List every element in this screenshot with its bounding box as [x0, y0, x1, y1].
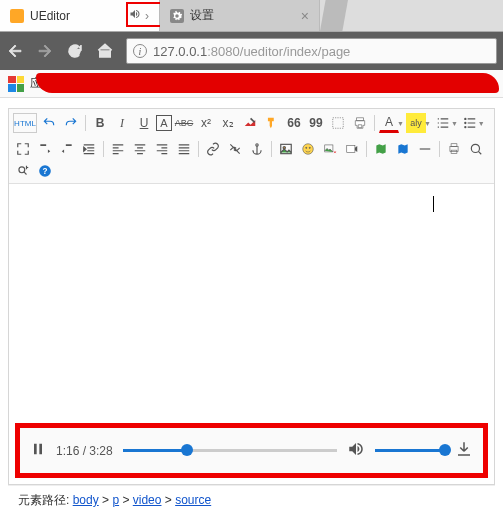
hr-button[interactable]	[415, 139, 435, 159]
progress-thumb[interactable]	[181, 444, 193, 456]
forward-button[interactable]	[36, 42, 54, 60]
align-left-button[interactable]	[108, 139, 128, 159]
url-host: 127.0.0.1	[153, 44, 207, 59]
subscript-button[interactable]: x₂	[218, 113, 238, 133]
print-button[interactable]	[350, 113, 370, 133]
back-color-dropdown[interactable]: aly▼	[406, 113, 431, 133]
svg-point-1	[464, 118, 466, 120]
align-right-button[interactable]	[152, 139, 172, 159]
path-crumb-source[interactable]: source	[175, 493, 211, 507]
link-button[interactable]	[203, 139, 223, 159]
superscript-button[interactable]: x²	[196, 113, 216, 133]
svg-point-2	[464, 122, 466, 124]
ueditor-container: HTML B I U A ABC x² x₂ 66 99 A▼ aly▼ ▼ ▼	[8, 108, 495, 485]
help-button[interactable]: ?	[35, 161, 55, 181]
print-button-2[interactable]	[444, 139, 464, 159]
map-button[interactable]	[371, 139, 391, 159]
back-button[interactable]	[6, 42, 24, 60]
quote-open-button[interactable]: 66	[284, 113, 304, 133]
url-port: :8080	[207, 44, 240, 59]
volume-slider[interactable]	[375, 449, 445, 452]
browser-tab-settings[interactable]: 设置 ×	[160, 0, 320, 31]
browser-tab-strip: UEditor › 设置 ×	[0, 0, 503, 32]
search-replace-button[interactable]	[13, 161, 33, 181]
preview-button[interactable]	[466, 139, 486, 159]
tab-title: UEditor	[30, 9, 129, 23]
anchor-button[interactable]	[247, 139, 267, 159]
image-upload-button[interactable]	[320, 139, 340, 159]
close-icon[interactable]: ×	[301, 8, 309, 24]
direction-rtl-button[interactable]	[57, 139, 77, 159]
font-border-button[interactable]: A	[156, 115, 172, 131]
svg-point-7	[303, 144, 314, 155]
audio-playing-icon	[129, 8, 141, 23]
svg-text:?: ?	[43, 167, 48, 176]
quote-close-button[interactable]: 99	[306, 113, 326, 133]
svg-rect-0	[333, 118, 344, 129]
progress-slider[interactable]	[123, 449, 337, 452]
strikethrough-button[interactable]: ABC	[174, 113, 194, 133]
url-path: /ueditor/index/page	[240, 44, 351, 59]
bold-button[interactable]: B	[90, 113, 110, 133]
editor-toolbar: HTML B I U A ABC x² x₂ 66 99 A▼ aly▼ ▼ ▼	[9, 109, 494, 184]
fore-color-dropdown[interactable]: A▼	[379, 113, 404, 133]
audio-player: 1:16 / 3:28	[15, 423, 488, 478]
editor-content[interactable]: 1:16 / 3:28	[9, 184, 494, 484]
svg-point-16	[19, 167, 25, 173]
new-tab-button[interactable]	[320, 0, 348, 31]
element-path-bar: 元素路径: body > p > video > source	[8, 485, 495, 509]
svg-point-3	[464, 126, 466, 128]
source-html-button[interactable]: HTML	[13, 113, 37, 133]
svg-rect-13	[451, 144, 457, 147]
home-button[interactable]	[96, 42, 114, 60]
indent-button[interactable]	[79, 139, 99, 159]
direction-ltr-button[interactable]	[35, 139, 55, 159]
ordered-list-dropdown[interactable]: ▼	[433, 113, 458, 133]
underline-button[interactable]: U	[134, 113, 154, 133]
path-crumb-body[interactable]: body	[73, 493, 99, 507]
volume-button[interactable]	[347, 440, 365, 461]
align-justify-button[interactable]	[174, 139, 194, 159]
chevron-right-icon: ›	[145, 9, 149, 23]
text-cursor	[433, 196, 434, 212]
annotation-redaction	[36, 73, 499, 93]
svg-point-8	[306, 147, 307, 148]
select-all-button[interactable]	[328, 113, 348, 133]
format-brush-button[interactable]	[262, 113, 282, 133]
video-button[interactable]	[342, 139, 362, 159]
bookmarks-bar: 应	[0, 70, 503, 98]
svg-point-4	[256, 144, 258, 146]
path-crumb-video[interactable]: video	[133, 493, 162, 507]
unlink-button[interactable]	[225, 139, 245, 159]
remove-format-button[interactable]	[240, 113, 260, 133]
svg-rect-14	[451, 150, 457, 154]
time-display: 1:16 / 3:28	[56, 444, 113, 458]
italic-button[interactable]: I	[112, 113, 132, 133]
redo-button[interactable]	[61, 113, 81, 133]
tab-title: 设置	[190, 7, 295, 24]
browser-tab-ueditor[interactable]: UEditor ›	[0, 0, 160, 31]
unordered-list-dropdown[interactable]: ▼	[460, 113, 485, 133]
path-crumb-p[interactable]: p	[112, 493, 119, 507]
svg-point-15	[471, 144, 479, 152]
browser-nav-bar: i 127.0.0.1:8080/ueditor/index/page	[0, 32, 503, 70]
progress-fill	[123, 449, 187, 452]
favicon-icon	[170, 9, 184, 23]
align-center-button[interactable]	[130, 139, 150, 159]
undo-button[interactable]	[39, 113, 59, 133]
volume-thumb[interactable]	[439, 444, 451, 456]
address-bar[interactable]: i 127.0.0.1:8080/ueditor/index/page	[126, 38, 497, 64]
image-button[interactable]	[276, 139, 296, 159]
svg-point-9	[309, 147, 310, 148]
gmap-button[interactable]	[393, 139, 413, 159]
reload-button[interactable]	[66, 42, 84, 60]
fullscreen-button[interactable]	[13, 139, 33, 159]
favicon-icon	[10, 9, 24, 23]
download-button[interactable]	[455, 440, 473, 461]
info-icon[interactable]: i	[133, 44, 147, 58]
apps-icon[interactable]	[8, 76, 24, 92]
emotion-button[interactable]	[298, 139, 318, 159]
pause-button[interactable]	[30, 441, 46, 460]
path-label: 元素路径:	[18, 493, 69, 507]
svg-rect-11	[347, 146, 355, 153]
